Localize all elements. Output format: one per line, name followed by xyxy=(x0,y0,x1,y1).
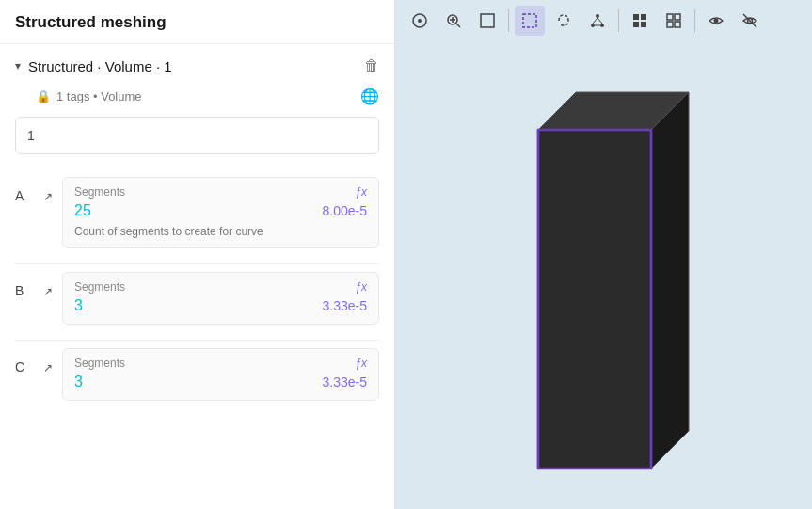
volume-input-box xyxy=(15,117,379,154)
svg-point-10 xyxy=(600,24,604,27)
volume-header: ▾ Structured · Volume · 1 🗑 xyxy=(0,44,394,84)
delete-icon[interactable]: 🗑 xyxy=(364,57,379,74)
vertex-icon[interactable] xyxy=(582,6,613,36)
svg-rect-15 xyxy=(641,14,646,20)
toolbar-sep-1 xyxy=(508,9,509,32)
segment-b-card: Segments ƒx 3 3.33e-5 xyxy=(62,272,379,325)
svg-rect-6 xyxy=(481,14,494,27)
segment-a-label: A xyxy=(15,177,34,203)
segment-a-arrow-icon: ↗ xyxy=(43,177,53,203)
lock-icon: 🔒 xyxy=(36,89,51,103)
panel-title: Structured meshing xyxy=(0,0,394,44)
svg-rect-20 xyxy=(667,22,673,27)
svg-line-11 xyxy=(593,18,597,24)
eye-alt-icon[interactable] xyxy=(735,6,765,36)
segment-c-fx-icon[interactable]: ƒx xyxy=(355,357,367,370)
svg-line-24 xyxy=(743,14,756,27)
svg-point-9 xyxy=(591,24,595,27)
svg-line-3 xyxy=(456,24,460,27)
select-lasso-icon[interactable] xyxy=(549,6,579,36)
segment-c-arrow-icon: ↗ xyxy=(43,348,53,374)
3d-box-svg xyxy=(463,73,745,478)
segment-b-fx-value[interactable]: 3.33e-5 xyxy=(323,298,367,313)
segment-b-label: B xyxy=(15,272,34,298)
segment-a-value[interactable]: 25 xyxy=(74,202,91,219)
chevron-icon[interactable]: ▾ xyxy=(15,59,21,72)
right-panel xyxy=(395,0,812,509)
toolbar xyxy=(395,0,812,41)
select-box-icon[interactable] xyxy=(515,6,545,36)
svg-rect-14 xyxy=(633,14,639,20)
segment-b-card-label: Segments xyxy=(74,280,125,294)
frame-icon[interactable] xyxy=(472,6,502,36)
segment-group-a: A ↗ Segments ƒx 25 8.00e-5 Count of segm… xyxy=(0,169,394,263)
segment-a-fx-icon[interactable]: ƒx xyxy=(355,185,367,199)
segment-c-card: Segments ƒx 3 3.33e-5 xyxy=(62,348,379,401)
svg-rect-18 xyxy=(667,14,673,20)
segment-b-arrow-icon: ↗ xyxy=(43,272,53,298)
volume-input[interactable] xyxy=(27,128,367,143)
svg-point-8 xyxy=(596,14,599,18)
svg-rect-16 xyxy=(633,22,639,27)
grid-icon[interactable] xyxy=(659,6,689,36)
segment-b-fx-icon[interactable]: ƒx xyxy=(355,280,367,294)
tags-row: 🔒 1 tags • Volume 🌐 xyxy=(0,84,394,117)
segment-b-value[interactable]: 3 xyxy=(74,297,83,314)
zoom-icon[interactable] xyxy=(438,6,469,36)
svg-point-22 xyxy=(714,19,719,24)
segment-c-fx-value[interactable]: 3.33e-5 xyxy=(323,374,367,390)
eye-icon[interactable] xyxy=(701,6,731,36)
volume-title: Structured · Volume · 1 xyxy=(28,58,357,74)
segment-a-fx-value[interactable]: 8.00e-5 xyxy=(323,203,367,218)
svg-rect-17 xyxy=(641,22,646,27)
svg-marker-26 xyxy=(651,92,689,469)
toolbar-sep-3 xyxy=(694,9,695,32)
grid-fill-icon[interactable] xyxy=(625,6,655,36)
left-panel: Structured meshing ▾ Structured · Volume… xyxy=(0,0,395,509)
svg-rect-7 xyxy=(523,14,536,27)
svg-marker-27 xyxy=(538,130,651,469)
viewport[interactable] xyxy=(395,41,812,509)
svg-point-1 xyxy=(418,19,422,23)
segment-c-card-label: Segments xyxy=(74,357,125,370)
globe-icon[interactable]: 🌐 xyxy=(360,87,379,105)
svg-rect-19 xyxy=(675,14,680,20)
segment-a-card: Segments ƒx 25 8.00e-5 Count of segments… xyxy=(62,177,379,248)
segment-group-b: B ↗ Segments ƒx 3 3.33e-5 xyxy=(0,264,394,340)
tags-text: 1 tags • Volume xyxy=(56,89,142,103)
segment-c-label: C xyxy=(15,348,34,374)
svg-rect-21 xyxy=(675,22,680,27)
segment-a-count-label: Count of segments to create for curve xyxy=(74,219,367,238)
segment-c-value[interactable]: 3 xyxy=(74,374,83,390)
segment-a-card-label: Segments xyxy=(74,185,125,199)
svg-line-12 xyxy=(597,18,602,24)
segment-group-c: C ↗ Segments ƒx 3 3.33e-5 xyxy=(0,341,394,416)
cursor-icon[interactable] xyxy=(405,6,435,36)
toolbar-sep-2 xyxy=(618,9,619,32)
